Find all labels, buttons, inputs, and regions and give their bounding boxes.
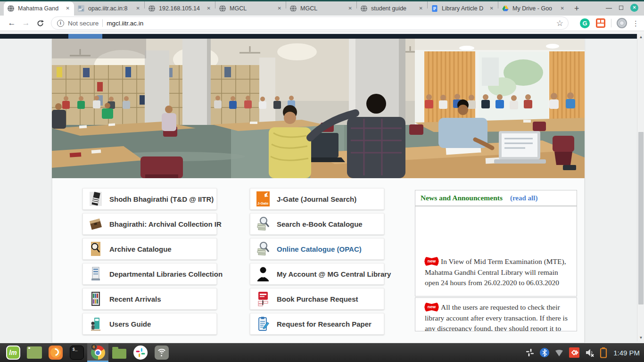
globe-favicon: [219, 5, 226, 12]
quick-link-archive-catalogue[interactable]: Archive Catalogue: [83, 238, 217, 260]
omnibox-separator: [102, 19, 103, 27]
gdocs-favicon: [431, 5, 438, 12]
site-navbar[interactable]: [0, 34, 644, 39]
show-desktop-button[interactable]: [24, 343, 45, 362]
news-item[interactable]: newAll the users are requested to check …: [415, 297, 577, 331]
quick-link-my-account[interactable]: My Account @ MG Central Library: [250, 263, 384, 285]
back-button[interactable]: ←: [5, 18, 19, 28]
new-tab-button[interactable]: +: [574, 4, 579, 13]
tab-mahatma-gandhi-library[interactable]: Mahatma Gand ✕: [4, 1, 74, 16]
quick-link-label: Bhagirathi: Archival Collection IR: [109, 220, 222, 228]
browser-menu-icon[interactable]: ⋮: [632, 20, 639, 27]
quick-link-request-research-paper[interactable]: Request for Research Paper: [250, 313, 384, 335]
tab-student-guide[interactable]: student guide ✕: [357, 1, 427, 16]
tab-close-icon[interactable]: ✕: [418, 6, 424, 11]
quick-link-label: Search e-Book Catalogue: [277, 220, 363, 228]
reload-icon: [36, 19, 44, 27]
tab-close-icon[interactable]: ✕: [560, 6, 565, 11]
library-photo-illustration: [52, 39, 585, 178]
tab-library-article[interactable]: Library Article D ✕: [428, 1, 498, 16]
tab-title: MGCL: [300, 5, 344, 12]
quick-link-book-purchase-request[interactable]: Book Purchase Request: [250, 288, 384, 310]
site-navbar-active-item[interactable]: [68, 34, 102, 39]
battery-icon[interactable]: [600, 347, 607, 358]
page-scrollbar[interactable]: ▲ ▼: [637, 34, 644, 341]
tab-close-icon[interactable]: ✕: [206, 6, 212, 11]
close-icon[interactable]: ✕: [630, 4, 638, 12]
slack-icon: [133, 346, 148, 360]
file-manager-launcher[interactable]: [108, 343, 130, 362]
library-hero-photo: [52, 39, 585, 178]
tab-close-icon[interactable]: ✕: [347, 6, 353, 11]
url-text[interactable]: mgcl.iitr.ac.in: [107, 20, 143, 27]
red-book-icon: [256, 290, 270, 307]
address-bar[interactable]: i Not secure mgcl.iitr.ac.in ☆: [51, 16, 569, 30]
user-silhouette-icon: [256, 265, 270, 282]
tab-close-icon[interactable]: ✕: [489, 6, 495, 11]
bluetooth-icon[interactable]: [539, 347, 550, 358]
news-read-all-link[interactable]: (read all): [510, 194, 537, 202]
scroll-down-icon[interactable]: ▼: [637, 335, 644, 341]
tab-close-icon[interactable]: ✕: [277, 6, 282, 11]
terminal-launcher[interactable]: $_: [66, 343, 87, 362]
tab-title: 192.168.105.14: [159, 5, 203, 12]
tab-close-icon[interactable]: ✕: [65, 6, 71, 11]
quick-link-bhagirathi-archival[interactable]: Bhagirathi: Archival Collection IR: [83, 213, 217, 235]
chrome-taskbar-button[interactable]: 6: [87, 343, 108, 362]
quick-link-users-guide[interactable]: Users Guide: [83, 313, 217, 335]
grammarly-extension-icon[interactable]: G: [580, 18, 590, 28]
tab-title: student guide: [371, 5, 415, 12]
profile-avatar[interactable]: [617, 18, 627, 28]
news-item-text: newAll the users are requested to check …: [425, 302, 569, 331]
users-guide-icon: [89, 315, 102, 332]
news-title: News and Announcements: [421, 194, 503, 202]
quick-link-label: Shodh Bhagirathi (T&D @ IITR): [109, 195, 214, 203]
scroll-up-icon[interactable]: ▲: [637, 34, 644, 41]
firefox-icon: [49, 346, 63, 360]
globe-favicon: [148, 5, 156, 12]
tab-title: My Drive - Goo: [512, 5, 556, 12]
quick-link-jgate[interactable]: J-Gate J-Gate (Journal Search): [250, 188, 384, 210]
tabs: Mahatma Gand ✕ opac.iitr.ac.in:8 ✕ 192.1…: [0, 1, 569, 16]
reload-button[interactable]: [33, 19, 47, 27]
forward-button[interactable]: →: [19, 18, 33, 28]
tray-slack-icon[interactable]: [525, 347, 535, 358]
extension-icon[interactable]: [596, 18, 605, 28]
tab-opac[interactable]: opac.iitr.ac.in:8 ✕: [74, 1, 144, 16]
system-tray: 1:49 PM: [525, 347, 644, 358]
quick-link-departmental-libraries[interactable]: Departmental Libraries Collection: [83, 263, 217, 285]
firefox-launcher[interactable]: [45, 343, 66, 362]
page-viewport: Shodh Bhagirathi (T&D @ IITR) Bhagirathi…: [0, 31, 644, 343]
tab-ip-address[interactable]: 192.168.105.14 ✕: [145, 1, 215, 16]
new-badge-icon: new: [425, 304, 438, 310]
folder-icon: [112, 349, 126, 359]
tab-mgcl-1[interactable]: MGCL ✕: [215, 1, 286, 16]
tab-close-icon[interactable]: ✕: [135, 6, 141, 11]
restore-icon[interactable]: [619, 6, 623, 10]
info-icon[interactable]: i: [57, 20, 64, 27]
anydesk-icon[interactable]: [569, 347, 580, 358]
slack-launcher[interactable]: [130, 343, 151, 362]
news-item-text: newIn View of Mid Term Examination (MTE)…: [425, 256, 569, 288]
book-search-icon: [256, 240, 270, 257]
taskbar-clock[interactable]: 1:49 PM: [613, 349, 640, 357]
volume-muted-icon[interactable]: [584, 347, 595, 358]
wifi-settings-launcher[interactable]: [151, 343, 172, 362]
quick-link-search-ebook-catalogue[interactable]: Search e-Book Catalogue: [250, 213, 384, 235]
quick-link-shodh-bhagirathi[interactable]: Shodh Bhagirathi (T&D @ IITR): [83, 188, 217, 210]
screen: Mahatma Gand ✕ opac.iitr.ac.in:8 ✕ 192.1…: [0, 0, 644, 362]
scrollbar-thumb[interactable]: [638, 132, 644, 304]
mint-menu-button[interactable]: lm: [2, 343, 24, 362]
bookmark-star-icon[interactable]: ☆: [556, 19, 563, 27]
archive-box-icon: [89, 215, 102, 232]
minimize-icon[interactable]: —: [606, 6, 612, 10]
image-favicon: [77, 5, 85, 12]
tab-my-drive[interactable]: My Drive - Goo ✕: [498, 1, 569, 16]
quick-link-recent-arrivals[interactable]: Recent Arrivals: [83, 288, 217, 310]
network-signal-icon[interactable]: [554, 347, 564, 358]
quick-link-online-catalogue-opac[interactable]: Online Catalogue (OPAC): [250, 238, 384, 260]
tab-mgcl-2[interactable]: MGCL ✕: [286, 1, 356, 16]
quick-link-label: Online Catalogue (OPAC): [277, 245, 362, 253]
news-item[interactable]: newIn View of Mid Term Examination (MTE)…: [415, 206, 577, 296]
browser-toolbar: ← → i Not secure mgcl.iitr.ac.in ☆ G ⋮: [0, 16, 644, 31]
